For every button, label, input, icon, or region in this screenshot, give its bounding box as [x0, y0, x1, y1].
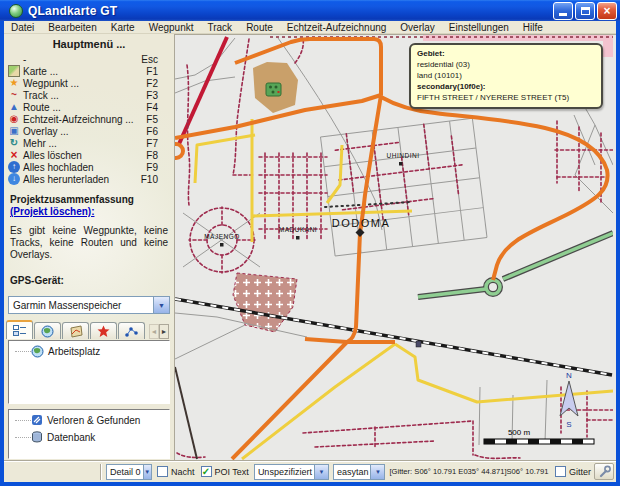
close-icon: ×: [603, 6, 610, 16]
sidebar-item-esc[interactable]: - Esc: [8, 53, 170, 65]
menu-route[interactable]: Route: [239, 21, 280, 34]
minimize-button[interactable]: [553, 2, 573, 20]
app-icon: [9, 4, 23, 18]
record-icon: ◉: [8, 113, 20, 125]
route-icon: ▲: [8, 101, 20, 113]
tooltip-line: secondary(10f0e):: [417, 81, 595, 92]
window-title: QLandkarte GT: [28, 4, 551, 18]
database-tree-panel: Verloren & Gefunden Datenbank: [8, 409, 170, 459]
sidebar: Hauptmenü ... - Esc Karte ... F1 ★ Wegpu…: [4, 34, 174, 460]
sidebar-item-mehr[interactable]: ↻ Mehr ... F7: [8, 137, 170, 149]
panel-splitter[interactable]: [6, 404, 172, 408]
tooltip-title: Gebiet:: [417, 48, 595, 59]
track-dots-icon: [125, 325, 139, 338]
sidebar-item-alles-loeschen[interactable]: × Alles löschen F8: [8, 149, 170, 161]
chevron-down-icon[interactable]: ▼: [143, 465, 151, 479]
menu-karte[interactable]: Karte: [104, 21, 142, 34]
overlay-icon: ▣: [8, 125, 20, 137]
chevron-down-icon[interactable]: ▼: [314, 465, 328, 479]
gitter-checkbox[interactable]: [555, 466, 566, 477]
sidebar-item-track[interactable]: ~ Track ... F3: [8, 89, 170, 101]
tooltip-line: FIFTH STREET / NYERERE STREET (T5): [417, 92, 595, 103]
tree-item-verloren-gefunden[interactable]: Verloren & Gefunden: [9, 413, 169, 427]
sidebar-header: Hauptmenü ...: [6, 38, 172, 50]
district-marker: [399, 162, 403, 166]
sidebar-item-alles-herunterladen[interactable]: ↓ Alles herunterladen F10: [8, 173, 170, 185]
detail-level-select[interactable]: Detail 0 ▼: [106, 464, 152, 480]
menu-hilfe[interactable]: Hilfe: [516, 21, 550, 34]
lost-found-icon: [31, 414, 43, 426]
chevron-down-icon[interactable]: ▼: [153, 297, 169, 313]
gitter-checkbox-group[interactable]: Gitter: [555, 466, 591, 477]
app-window: QLandkarte GT × Datei Bearbeiten Karte W…: [0, 0, 620, 486]
gps-device-select[interactable]: Garmin Massenspeicher ▼: [8, 296, 170, 314]
grid-setup-button[interactable]: [594, 463, 614, 480]
tab-tracks[interactable]: [118, 322, 145, 339]
cursor-position: [Gitter: S06° 10.791 E035° 44.871]S06° 1…: [389, 467, 550, 476]
minimize-icon: [559, 13, 567, 16]
menu-wegpunkt[interactable]: Wegpunkt: [142, 21, 201, 34]
project-delete-link[interactable]: (Projekt löschen):: [10, 206, 94, 217]
tree-item-arbeitsplatz[interactable]: Arbeitsplatz: [9, 344, 169, 358]
checkmark-icon: ✓: [202, 467, 210, 476]
district-marker: [296, 236, 300, 240]
svg-text:N: N: [566, 371, 572, 380]
park-icon: [266, 83, 281, 96]
nacht-checkbox[interactable]: [157, 466, 168, 477]
menu-bearbeiten[interactable]: Bearbeiten: [41, 21, 103, 34]
sidebar-item-wegpunkt[interactable]: ★ Wegpunkt ... F2: [8, 77, 170, 89]
star-icon: [97, 325, 110, 338]
tree-connector: [15, 351, 31, 352]
workspace-globe-icon: [31, 345, 44, 358]
status-bar: Detail 0 ▼ Nacht ✓ POI Text Unspezifizie…: [4, 460, 616, 482]
close-button[interactable]: ×: [597, 2, 617, 20]
tab-scroll-right-button[interactable]: ►: [159, 324, 169, 339]
city-label: DODOMA: [332, 217, 391, 229]
menu-track[interactable]: Track: [200, 21, 239, 34]
district-label: UHINDINI: [387, 152, 420, 159]
sidebar-tabbar: ◄ ►: [6, 320, 172, 339]
menu-bar: Datei Bearbeiten Karte Wegpunkt Track Ro…: [4, 21, 616, 34]
menu-datei[interactable]: Datei: [4, 21, 41, 34]
district-label: MADUKANI: [279, 226, 317, 233]
chevron-down-icon[interactable]: ▼: [370, 465, 384, 479]
sidebar-item-route[interactable]: ▲ Route ... F4: [8, 101, 170, 113]
download-icon: ↓: [8, 173, 20, 185]
tooltip-line: land (10101): [417, 70, 595, 81]
tree-connector: [15, 420, 31, 421]
colorscheme-select[interactable]: easytan ▼: [333, 464, 386, 480]
poi-text-checkbox-group[interactable]: ✓ POI Text: [201, 466, 249, 477]
sidebar-item-echtzeit[interactable]: ◉ Echtzeit-Aufzeichnung ... F5: [8, 113, 170, 125]
map-tab-icon: [69, 325, 83, 338]
district-marker: [220, 243, 224, 247]
upload-icon: ↑: [8, 161, 20, 173]
tree-view-icon: [13, 324, 27, 337]
track-icon: ~: [8, 89, 20, 101]
project-summary-heading: Projektzusammenfassung (Projekt löschen)…: [10, 194, 168, 218]
scale-label: 500 m: [508, 428, 531, 437]
menu-echtzeit[interactable]: Echtzeit-Aufzeichnung: [280, 21, 394, 34]
tab-tree-view[interactable]: [6, 320, 33, 339]
tab-geo-db[interactable]: [34, 322, 61, 339]
tab-waypoints[interactable]: [90, 322, 117, 339]
sidebar-item-karte[interactable]: Karte ... F1: [8, 65, 170, 77]
project-summary-text: Es gibt keine Wegpunkte, keine Tracks, k…: [10, 225, 168, 261]
menu-overlay[interactable]: Overlay: [393, 21, 441, 34]
poi-text-checkbox[interactable]: ✓: [201, 466, 212, 477]
station-icon: [416, 341, 421, 347]
database-icon: [31, 431, 43, 443]
maximize-button[interactable]: [575, 2, 595, 20]
map-viewport[interactable]: DODOMA UHINDINI MADUKANI MAJENGO N S: [174, 34, 616, 460]
sidebar-item-overlay[interactable]: ▣ Overlay ... F6: [8, 125, 170, 137]
tab-scroll-left-button[interactable]: ◄: [149, 324, 159, 339]
nacht-checkbox-group[interactable]: Nacht: [157, 466, 195, 477]
blank-icon: [8, 53, 20, 65]
map-tooltip: Gebiet: residential (03) land (10101) se…: [409, 43, 603, 109]
poi-filter-select[interactable]: Unspezifiziert ▼: [254, 464, 329, 480]
title-bar: QLandkarte GT ×: [0, 0, 620, 21]
menu-einstellungen[interactable]: Einstellungen: [442, 21, 516, 34]
tab-maps[interactable]: [62, 322, 89, 339]
tree-item-datenbank[interactable]: Datenbank: [9, 430, 169, 444]
sidebar-item-alles-hochladen[interactable]: ↑ Alles hochladen F9: [8, 161, 170, 173]
globe-icon: [41, 325, 54, 338]
